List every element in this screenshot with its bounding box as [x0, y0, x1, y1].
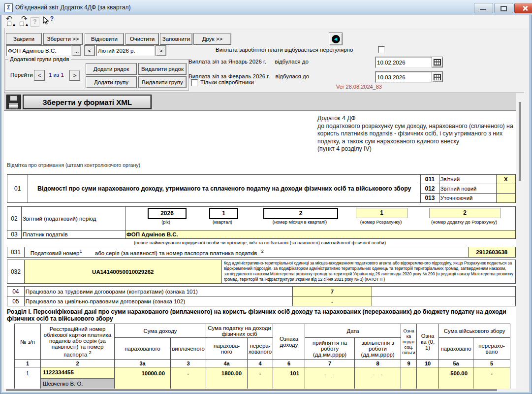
row-groups-panel: Додаткові групи рядків Перейти < 1 из 1 …	[5, 59, 189, 91]
salary-feb-date-input[interactable]	[376, 74, 432, 80]
save-floppy-button[interactable]	[6, 95, 21, 109]
save-button[interactable]: Зберегти >>	[43, 33, 83, 45]
period-next-button[interactable]: >	[156, 45, 166, 56]
col-header-reg: Реєстраційний номер облікової картки пла…	[41, 324, 115, 360]
document-area: Додаток 4 ДФ до податкового розрахунку с…	[4, 110, 516, 389]
close-button[interactable]	[514, 3, 532, 13]
period-input[interactable]	[96, 48, 154, 54]
cell-income-code[interactable]: 101	[273, 367, 305, 390]
clear-button[interactable]: Очистити	[125, 33, 159, 45]
period-month-box: 2	[263, 208, 338, 219]
cell-mil-transferred[interactable]: -	[473, 367, 510, 390]
type-code-011: 011	[421, 175, 439, 184]
salary-feb-date-field[interactable]	[375, 71, 432, 83]
appendix-line: (пункт 4 розділу IV)	[317, 145, 513, 153]
salary-feb-suffix: відбулася до	[276, 73, 310, 79]
period-field[interactable]	[96, 45, 155, 56]
reg-number-field[interactable]: 1122334455	[41, 367, 114, 378]
group-prev-button[interactable]: <	[34, 70, 45, 81]
col-header-mil-transferred: перерахо- вано	[473, 338, 510, 360]
row032-table: 032 UA14140050010029262 Код адміністрати…	[7, 260, 516, 284]
period-quarter-box: 1	[209, 208, 238, 219]
cell-tax-transferred[interactable]: -	[248, 367, 273, 390]
restore-button[interactable]: Відновити	[85, 33, 124, 45]
cell-tax-accrued[interactable]: 1800.00	[206, 367, 248, 390]
media-back-icon: ◀	[332, 35, 340, 43]
salary-jan-date-input[interactable]	[376, 60, 432, 66]
add-row-button[interactable]: Додати рядок	[86, 63, 137, 75]
row031-code: 031	[7, 247, 25, 258]
employees-count-value[interactable]: 7	[293, 287, 372, 296]
add-group-button[interactable]: Додати групу	[86, 76, 137, 88]
minimize-button[interactable]	[474, 3, 493, 13]
salary-feb-calendar-button[interactable]	[432, 71, 443, 82]
save-xml-button[interactable]: Зберегти у форматі XML	[23, 95, 152, 109]
appendix-number-box[interactable]: 2	[429, 208, 501, 218]
personified-data-table: № з/п Реєстраційний номер облікової карт…	[14, 324, 510, 389]
calc-number-box[interactable]: 1	[356, 208, 407, 218]
irregular-pay-checkbox[interactable]	[378, 46, 385, 53]
undo-step-icon[interactable]: ↶ ▲	[6, 16, 18, 27]
type-value-011[interactable]: X	[496, 175, 515, 184]
only-employees-checkbox[interactable]	[191, 79, 198, 86]
cell-social-benefit[interactable]	[401, 367, 417, 390]
payer-field[interactable]	[6, 45, 72, 56]
group-next-button[interactable]: >	[69, 70, 80, 81]
salary-feb-month: Виплата з/п за Февраль 2026 г.	[188, 73, 270, 79]
salary-jan-calendar-button[interactable]	[432, 57, 443, 67]
toolbar	[2, 15, 529, 28]
cell-mil-accrued[interactable]: 500.00	[439, 367, 473, 390]
vertical-scrollbar-thumb[interactable]	[519, 102, 521, 181]
contractors-count-value[interactable]: -	[293, 296, 372, 306]
katottg-code-value[interactable]: UA14140050010029262	[24, 260, 221, 284]
only-employees-label: Тільки співробітники	[200, 79, 254, 85]
payer-name-value[interactable]: ФОП Адмінов В.С.	[125, 230, 515, 239]
maximize-icon	[501, 6, 507, 11]
period-prev-button[interactable]: <	[84, 45, 95, 56]
cell-flag[interactable]	[417, 367, 439, 390]
print-button[interactable]: Друк >>	[193, 33, 231, 45]
help-icon[interactable]: ?	[31, 17, 39, 27]
close-report-button[interactable]: Закрити	[6, 33, 42, 45]
appendix-number-caption: (номер додатку до Розрахунку)	[425, 220, 503, 225]
person-name-field[interactable]: Шевченко В. О.	[41, 378, 114, 389]
salary-jan-month: Виплата з/п за Январь 2026 г.	[188, 59, 266, 65]
row05-label: Працювало за цивільно-правовими договора…	[24, 296, 292, 306]
redo-step-icon[interactable]: ↷ ▲	[19, 16, 31, 27]
type-value-013[interactable]	[496, 194, 515, 203]
col-header-tax-transferred: перера- хованого	[248, 338, 273, 360]
fill-button[interactable]: Заповнити	[160, 33, 192, 45]
col-header-income-paid: виплаченого	[171, 338, 206, 360]
type-value-012[interactable]	[496, 184, 515, 194]
col-group-tax: Сума податку на доходи фізичних осіб	[206, 324, 273, 338]
column-numbers-row: 12 3а3 4а4 67 89 105а 5	[15, 360, 510, 367]
payer-input[interactable]	[6, 48, 71, 54]
row031-label: Податковий номер1або серія (за наявності…	[24, 247, 468, 258]
cell-income-accrued[interactable]: 10000.00	[115, 367, 171, 390]
salary-jan-date-field[interactable]	[375, 57, 432, 68]
row04-code: 04	[7, 287, 25, 296]
cell-fire-date[interactable]: . .	[355, 367, 401, 390]
floppy-shutter-icon	[10, 96, 17, 101]
cell-hire-date[interactable]: . .	[305, 367, 355, 390]
goto-label: Перейти	[10, 72, 33, 78]
delete-row-button[interactable]: Видалити рядок	[138, 63, 187, 75]
passport-label: або серія (за наявності) та номер паспор…	[95, 250, 257, 256]
period-year-box: 2026	[148, 208, 187, 219]
row032-code: 032	[7, 260, 25, 284]
appendix-line: до податкового розрахунку сум доходу, на…	[317, 123, 513, 131]
delete-group-button[interactable]: Видалити групу	[138, 76, 187, 88]
media-back-button[interactable]: ◀	[329, 33, 343, 45]
horizontal-scrollbar-thumb[interactable]	[6, 389, 497, 391]
type-label-013: Уточнюючий	[439, 194, 496, 203]
row05-code: 05	[7, 296, 25, 306]
context-help-icon[interactable]: ?	[42, 16, 54, 27]
section1-title: Розділ I. Персоніфіковані дані про суми …	[7, 309, 512, 322]
row03-code: 03	[7, 230, 22, 239]
cell-income-paid[interactable]: -	[171, 367, 206, 390]
maximize-button[interactable]	[494, 3, 513, 13]
row02-03-table: 02 Звітний (податковий) період 2026 (рік…	[7, 206, 516, 239]
tax-number-value[interactable]: 2912603638	[468, 247, 515, 258]
payer-browse-button[interactable]: ...	[72, 45, 81, 56]
cursor-icon	[42, 16, 50, 25]
